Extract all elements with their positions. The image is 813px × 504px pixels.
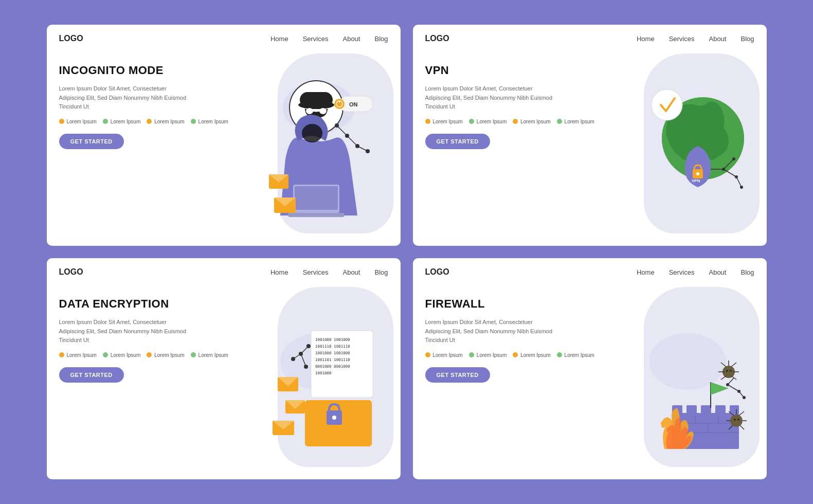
- incognito-nav-links: Home Services About Blog: [270, 35, 388, 43]
- firewall-svg-container: [600, 287, 754, 467]
- enc-bullet-dot-1: [59, 352, 64, 357]
- vpn-nav-home[interactable]: Home: [637, 35, 655, 43]
- incognito-content: INCOGNITO MODE Lorem Ipsum Dolor Sit Ame…: [59, 53, 234, 233]
- vpn-card: LOGO Home Services About Blog VPN Lorem …: [413, 25, 767, 246]
- enc-bullet-dot-3: [147, 352, 152, 357]
- vpn-bullet-dot-1: [425, 119, 430, 124]
- incognito-bullets: Lorem Ipsum Lorem Ipsum Lorem Ipsum Lore…: [59, 119, 234, 124]
- firewall-bullet-2: Lorem Ipsum: [469, 352, 507, 358]
- incognito-bullet-3: Lorem Ipsum: [147, 119, 184, 124]
- incognito-nav-services[interactable]: Services: [303, 35, 329, 43]
- svg-point-84: [726, 370, 728, 372]
- firewall-illustration: [600, 287, 754, 467]
- encryption-bullet-3: Lorem Ipsum: [147, 352, 184, 358]
- encryption-bullet-2: Lorem Ipsum: [103, 352, 140, 358]
- svg-point-95: [737, 419, 739, 421]
- incognito-svg: ON: [239, 66, 383, 221]
- encryption-body: DATA ENCRYPTION Lorem Ipsum Dolor Sit Am…: [47, 282, 401, 479]
- vpn-bullet-dot-3: [513, 119, 518, 124]
- encryption-nav-home[interactable]: Home: [270, 268, 288, 276]
- svg-line-82: [721, 376, 726, 380]
- encryption-card: LOGO Home Services About Blog DATA ENCRY…: [47, 258, 401, 479]
- incognito-title: INCOGNITO MODE: [59, 64, 234, 77]
- firewall-bullet-1: Lorem Ipsum: [425, 352, 463, 358]
- svg-line-21: [347, 136, 357, 146]
- vpn-desc: Lorem Ipsum Dolor Sit Amet, Consectetuer…: [425, 84, 559, 112]
- svg-marker-75: [711, 382, 729, 395]
- fw-bullet-dot-2: [469, 352, 474, 357]
- svg-text:1001000 1001000: 1001000 1001000: [315, 337, 350, 342]
- firewall-bullet-4: Lorem Ipsum: [557, 352, 594, 358]
- incognito-body: INCOGNITO MODE Lorem Ipsum Dolor Sit Ame…: [47, 48, 401, 246]
- svg-line-98: [728, 378, 734, 385]
- svg-rect-3: [300, 92, 333, 107]
- firewall-bullets: Lorem Ipsum Lorem Ipsum Lorem Ipsum Lore…: [425, 352, 600, 358]
- svg-text:0001000 0001000: 0001000 0001000: [315, 364, 350, 369]
- svg-point-34: [732, 157, 735, 160]
- firewall-get-started-button[interactable]: GET STARTED: [425, 367, 490, 383]
- svg-rect-14: [288, 213, 345, 217]
- vpn-nav-services[interactable]: Services: [669, 35, 695, 43]
- incognito-nav-blog[interactable]: Blog: [374, 35, 388, 43]
- bullet-dot-2: [103, 119, 108, 124]
- vpn-bullet-dot-2: [469, 119, 474, 124]
- fw-bullet-dot-4: [557, 352, 562, 357]
- fw-bullet-dot-3: [513, 352, 518, 357]
- vpn-bullets: Lorem Ipsum Lorem Ipsum Lorem Ipsum Lore…: [425, 119, 600, 124]
- vpn-logo: LOGO: [425, 34, 449, 43]
- svg-point-85: [730, 370, 732, 372]
- vpn-bullet-dot-4: [557, 119, 562, 124]
- svg-text:VPN: VPN: [692, 178, 700, 183]
- encryption-nav-services[interactable]: Services: [303, 268, 329, 276]
- svg-rect-63: [686, 405, 697, 416]
- firewall-bullet-3: Lorem Ipsum: [513, 352, 550, 358]
- svg-point-38: [740, 186, 743, 189]
- svg-point-27: [652, 89, 682, 120]
- vpn-illustration: VPN: [600, 53, 754, 233]
- svg-point-7: [334, 99, 345, 109]
- vpn-bullet-1: Lorem Ipsum: [425, 119, 463, 124]
- svg-point-29: [696, 172, 699, 175]
- enc-bullet-dot-2: [103, 352, 108, 357]
- incognito-get-started-button[interactable]: GET STARTED: [59, 134, 124, 149]
- svg-rect-66: [730, 405, 739, 416]
- encryption-bullets: Lorem Ipsum Lorem Ipsum Lorem Ipsum Lore…: [59, 352, 234, 358]
- svg-point-94: [734, 419, 736, 421]
- firewall-svg: [605, 300, 749, 454]
- encryption-content: DATA ENCRYPTION Lorem Ipsum Dolor Sit Am…: [59, 287, 234, 467]
- encryption-nav-about[interactable]: About: [342, 268, 360, 276]
- incognito-nav-about[interactable]: About: [342, 35, 360, 43]
- svg-rect-13: [295, 186, 338, 210]
- svg-line-99: [728, 385, 739, 391]
- svg-point-5: [319, 108, 327, 114]
- bullet-dot-1: [59, 119, 64, 124]
- bullet-dot-4: [191, 119, 196, 124]
- encryption-get-started-button[interactable]: GET STARTED: [59, 367, 124, 383]
- vpn-nav-links: Home Services About Blog: [637, 35, 754, 43]
- encryption-svg-container: 1001000 1001000 1001110 1001110 1001000 …: [234, 287, 388, 467]
- incognito-nav: LOGO Home Services About Blog: [47, 25, 401, 48]
- svg-line-79: [731, 363, 736, 367]
- vpn-nav-blog[interactable]: Blog: [740, 35, 754, 43]
- svg-point-11: [302, 124, 322, 142]
- firewall-nav-blog[interactable]: Blog: [740, 268, 754, 276]
- svg-rect-64: [701, 405, 711, 416]
- vpn-get-started-button[interactable]: GET STARTED: [425, 134, 490, 149]
- incognito-logo: LOGO: [59, 34, 83, 43]
- encryption-nav-blog[interactable]: Blog: [374, 268, 388, 276]
- firewall-nav-about[interactable]: About: [709, 268, 726, 276]
- svg-point-49: [332, 416, 336, 420]
- incognito-illustration: ON: [234, 53, 388, 233]
- vpn-svg: VPN: [605, 66, 749, 221]
- incognito-nav-home[interactable]: Home: [270, 35, 288, 43]
- firewall-desc: Lorem Ipsum Dolor Sit Amet, Consectetuer…: [425, 318, 559, 345]
- vpn-nav-about[interactable]: About: [709, 35, 726, 43]
- vpn-title: VPN: [425, 64, 600, 77]
- svg-text:1001000 1001000: 1001000 1001000: [315, 351, 350, 355]
- svg-line-93: [740, 425, 744, 429]
- firewall-nav-services[interactable]: Services: [669, 268, 695, 276]
- vpn-bullet-4: Lorem Ipsum: [557, 119, 594, 124]
- firewall-nav-home[interactable]: Home: [637, 268, 655, 276]
- encryption-title: DATA ENCRYPTION: [59, 297, 234, 311]
- encryption-nav: LOGO Home Services About Blog: [47, 258, 401, 282]
